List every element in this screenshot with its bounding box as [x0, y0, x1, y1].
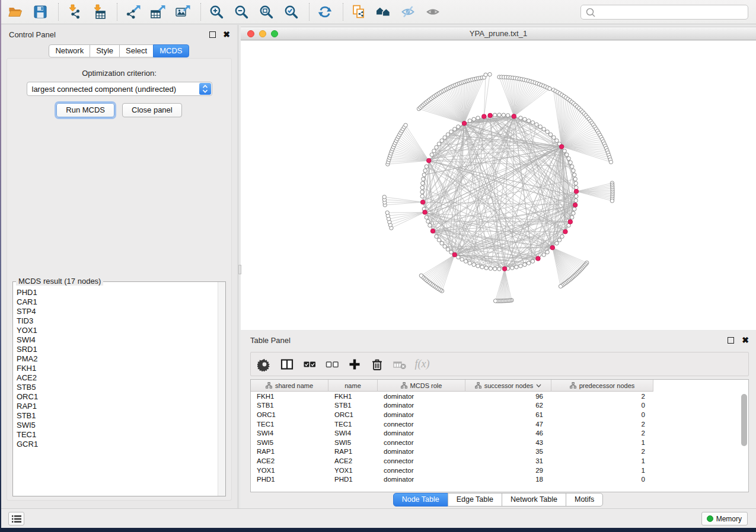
toolbar-separator — [117, 3, 117, 21]
export-table-icon[interactable] — [148, 4, 167, 20]
table-row[interactable]: SWI4SWI4dominator462 — [251, 428, 748, 438]
search-input[interactable] — [580, 5, 748, 20]
tab-style[interactable]: Style — [90, 44, 120, 57]
zoom-in-icon[interactable] — [207, 4, 225, 20]
import-table-icon[interactable] — [90, 4, 108, 20]
cell: connector — [378, 421, 465, 428]
zoom-fit-icon[interactable] — [257, 4, 275, 20]
mcds-result-item[interactable]: SRD1 — [14, 345, 225, 354]
mcds-tab-content: Optimization criterion: largest connecte… — [7, 58, 232, 501]
cell: 35 — [465, 448, 551, 455]
hide-eye-icon[interactable] — [399, 4, 417, 20]
network-canvas[interactable] — [241, 41, 756, 330]
table-row[interactable]: ACE2ACE2connector311 — [251, 456, 748, 466]
column-header-shared-name[interactable]: shared name — [251, 380, 328, 392]
tab-network[interactable]: Network — [49, 44, 90, 57]
network-window-titlebar: YPA_prune.txt_1 — [241, 27, 756, 40]
cell: SWI5 — [251, 439, 328, 446]
tab-edge-table[interactable]: Edge Table — [448, 493, 502, 507]
memory-button[interactable]: Memory — [701, 512, 748, 525]
import-network-icon[interactable] — [65, 4, 83, 20]
save-icon[interactable] — [31, 4, 49, 20]
select-all-icon[interactable] — [301, 355, 318, 373]
clone-network-icon[interactable] — [349, 4, 368, 20]
close-panel-button[interactable]: Close panel — [122, 103, 182, 117]
export-network-icon[interactable] — [123, 4, 142, 20]
mcds-result-item[interactable]: SWI4 — [14, 335, 225, 345]
column-header-successor-nodes[interactable]: successor nodes — [465, 380, 551, 392]
fx-icon[interactable]: f(x) — [413, 355, 431, 373]
cell: dominator — [378, 393, 465, 400]
open-folder-icon[interactable] — [6, 4, 24, 20]
mcds-result-item[interactable]: RAP1 — [14, 402, 225, 411]
column-header-predecessor-nodes[interactable]: predecessor nodes — [551, 380, 653, 392]
delete-table-icon[interactable] — [391, 355, 409, 373]
home-views-icon[interactable] — [374, 4, 393, 20]
optimization-criterion-select[interactable]: largest connected component (undirected) — [27, 82, 212, 96]
tab-motifs[interactable]: Motifs — [566, 493, 603, 507]
zoom-selected-icon[interactable] — [282, 4, 300, 20]
table-row[interactable]: ORC1ORC1dominator610 — [251, 410, 748, 419]
mcds-result-item[interactable]: PMA2 — [14, 354, 225, 364]
cell: 43 — [465, 439, 551, 446]
mcds-result-item[interactable]: STB5 — [14, 383, 225, 392]
export-image-icon[interactable] — [173, 4, 192, 20]
memory-status-dot — [707, 515, 713, 522]
table-row[interactable]: YOX1YOX1connector291 — [251, 466, 748, 475]
table-row[interactable]: SWI5SWI5connector431 — [251, 438, 748, 447]
splitter-handle[interactable] — [238, 265, 241, 274]
split-pane-icon[interactable] — [278, 355, 296, 373]
mcds-result-item[interactable]: STB1 — [14, 411, 225, 421]
table-toolbar: f(x) — [250, 352, 749, 376]
mcds-result-item[interactable]: STP4 — [14, 307, 225, 316]
cell: dominator — [378, 448, 465, 455]
table-row[interactable]: FKH1FKH1dominator962 — [251, 392, 748, 401]
gear-icon[interactable] — [256, 355, 273, 373]
table-row[interactable]: TEC1TEC1connector472 — [251, 419, 748, 429]
mcds-result-item[interactable]: CAR1 — [14, 297, 225, 307]
cell: 31 — [465, 457, 551, 464]
task-history-button[interactable] — [8, 512, 24, 525]
table-scrollbar[interactable] — [741, 394, 747, 446]
table-row[interactable]: PHD1PHD1dominator180 — [251, 475, 748, 484]
show-eye-icon[interactable] — [424, 4, 442, 20]
mcds-result-item[interactable]: ORC1 — [14, 392, 225, 402]
mcds-result-item[interactable]: SWI5 — [14, 421, 225, 430]
cell: SWI5 — [328, 439, 378, 446]
control-panel-title: Control Panel — [9, 30, 209, 39]
cell: 29 — [465, 467, 551, 474]
trash-icon[interactable] — [368, 355, 386, 373]
mcds-result-item[interactable]: FKH1 — [14, 364, 225, 373]
mcds-result-item[interactable]: TID3 — [14, 316, 225, 326]
network-graph[interactable] — [241, 41, 756, 330]
mcds-result-item[interactable]: TEC1 — [14, 430, 225, 440]
column-header-name[interactable]: name — [328, 380, 378, 392]
table-row[interactable]: RAP1RAP1dominator352 — [251, 447, 748, 457]
run-mcds-button[interactable]: Run MCDS — [56, 103, 114, 117]
mcds-result-item[interactable]: YOX1 — [14, 326, 225, 335]
tab-node-table[interactable]: Node Table — [393, 493, 448, 507]
table-panel: Table Panel ✖ f(x) shared namenameMCDS r… — [241, 331, 756, 508]
table-row[interactable]: STB1STB1dominator620 — [251, 401, 748, 411]
refresh-icon[interactable] — [315, 4, 334, 20]
cell: 0 — [551, 476, 653, 483]
result-list-scrollbar[interactable] — [218, 282, 225, 496]
column-header-MCDS-role[interactable]: MCDS role — [378, 380, 465, 392]
float-panel-icon[interactable] — [209, 31, 216, 38]
zoom-out-icon[interactable] — [232, 4, 250, 20]
search-icon — [585, 7, 595, 17]
table-close-icon[interactable]: ✖ — [742, 337, 749, 344]
tab-select[interactable]: Select — [119, 44, 154, 57]
unselect-all-icon[interactable] — [323, 355, 341, 373]
mcds-result-item[interactable]: PHD1 — [14, 288, 225, 297]
tab-network-table[interactable]: Network Table — [502, 493, 566, 507]
toolbar-separator — [200, 3, 201, 21]
tab-mcds[interactable]: MCDS — [153, 44, 189, 57]
table-header-row: shared namenameMCDS rolesuccessor nodesp… — [251, 380, 748, 392]
mcds-result-item[interactable]: GCR1 — [14, 440, 225, 449]
close-panel-icon[interactable]: ✖ — [223, 31, 230, 38]
plus-icon[interactable] — [346, 355, 363, 373]
cell: ORC1 — [328, 411, 378, 418]
mcds-result-item[interactable]: ACE2 — [14, 373, 225, 383]
table-float-icon[interactable] — [728, 337, 734, 344]
